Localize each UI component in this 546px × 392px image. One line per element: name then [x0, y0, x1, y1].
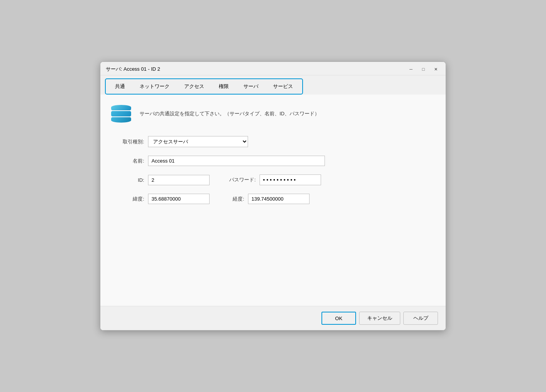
name-input[interactable] — [148, 156, 325, 166]
id-label: ID: — [113, 177, 144, 183]
type-label: 取引種別: — [113, 138, 144, 145]
tab-kyotsu[interactable]: 共通 — [108, 81, 132, 92]
help-button[interactable]: ヘルプ — [403, 312, 438, 325]
minimize-button[interactable]: ─ — [406, 65, 416, 73]
tab-access[interactable]: アクセス — [177, 81, 211, 92]
password-label: パスワード: — [221, 176, 256, 183]
cancel-button[interactable]: キャンセル — [359, 312, 400, 325]
tab-bar: 共通 ネットワーク アクセス 権限 サーバ サービス — [105, 78, 303, 95]
database-icon — [110, 102, 133, 125]
longitude-pair: 経度: — [221, 194, 310, 204]
latitude-input[interactable] — [148, 194, 210, 204]
footer: OK キャンセル ヘルプ — [100, 306, 446, 330]
db-cylinder-bot — [111, 117, 131, 123]
tab-service[interactable]: サービス — [266, 81, 300, 92]
tabs-container: 共通 ネットワーク アクセス 権限 サーバ サービス — [100, 75, 446, 95]
latitude-pair: 緯度: — [113, 194, 210, 204]
form-row-type: 取引種別: アクセスサーバ — [113, 136, 433, 147]
form-row-lat-lng: 緯度: 経度: — [113, 194, 433, 204]
tab-server[interactable]: サーバ — [236, 81, 265, 92]
tab-kengen[interactable]: 権限 — [212, 81, 236, 92]
close-button[interactable]: ✕ — [430, 65, 441, 73]
id-input[interactable] — [148, 175, 210, 185]
form-row-name: 名前: — [113, 156, 433, 166]
maximize-button[interactable]: □ — [418, 65, 429, 73]
db-cylinder-mid — [111, 111, 131, 116]
db-cylinder-top — [111, 105, 131, 110]
titlebar: サーバ: Access 01 - ID 2 ─ □ ✕ — [100, 62, 446, 75]
password-input[interactable] — [260, 174, 321, 185]
longitude-input[interactable] — [248, 194, 310, 204]
form-section: 取引種別: アクセスサーバ 名前: ID: パスワード: — [110, 136, 436, 204]
tab-network[interactable]: ネットワーク — [133, 81, 176, 92]
window-title: サーバ: Access 01 - ID 2 — [106, 66, 160, 73]
name-label: 名前: — [113, 158, 144, 164]
latitude-label: 緯度: — [113, 196, 144, 203]
ok-button[interactable]: OK — [321, 312, 356, 325]
password-pair: パスワード: — [221, 174, 321, 185]
type-select[interactable]: アクセスサーバ — [148, 136, 248, 147]
content-area: サーバの共通設定を指定して下さい。（サーバタイプ、名前、ID、パスワード） 取引… — [100, 95, 446, 306]
description-text: サーバの共通設定を指定して下さい。（サーバタイプ、名前、ID、パスワード） — [140, 110, 320, 118]
header-row: サーバの共通設定を指定して下さい。（サーバタイプ、名前、ID、パスワード） — [110, 102, 436, 125]
id-pair: ID: — [113, 175, 210, 185]
window-controls: ─ □ ✕ — [406, 65, 441, 73]
longitude-label: 経度: — [221, 196, 244, 203]
main-window: サーバ: Access 01 - ID 2 ─ □ ✕ 共通 ネットワーク アク… — [100, 61, 446, 331]
form-row-id-password: ID: パスワード: — [113, 174, 433, 185]
